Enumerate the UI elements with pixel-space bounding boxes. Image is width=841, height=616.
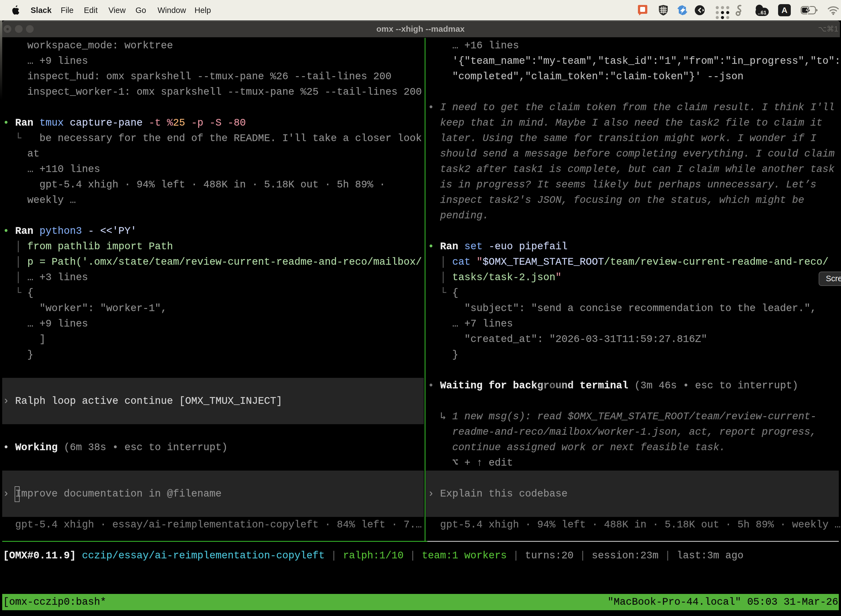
svg-text:..61: ..61 (757, 10, 766, 15)
